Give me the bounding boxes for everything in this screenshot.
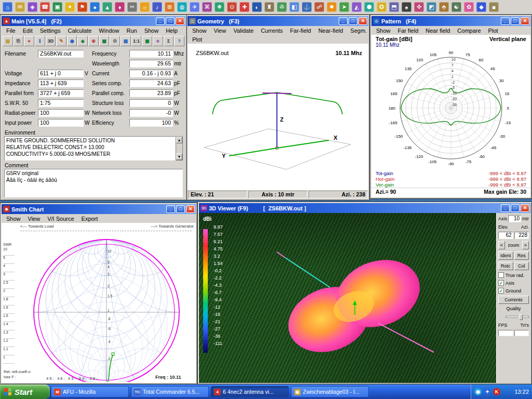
launcher-icon[interactable]: ❖: [215, 2, 224, 12]
menu-item[interactable]: Far-field: [286, 27, 314, 34]
menu-item[interactable]: Show: [141, 27, 163, 34]
field-input[interactable]: 29.65: [129, 60, 173, 68]
slider-thumb[interactable]: [519, 314, 523, 320]
menu-item[interactable]: Run: [123, 27, 140, 34]
col-button[interactable]: Col: [514, 262, 529, 270]
res-button[interactable]: Res: [514, 251, 529, 260]
zoom-in-button[interactable]: >: [522, 241, 529, 249]
maximize-button[interactable]: □: [511, 17, 520, 25]
close-button[interactable]: ✕: [186, 205, 195, 213]
currents-button[interactable]: Currents: [498, 296, 529, 304]
maximize-button[interactable]: □: [176, 205, 185, 213]
launcher-icon[interactable]: ➤: [339, 2, 349, 12]
pattern-titlebar[interactable]: ◎ Pattern (F4) _ □ ✕: [371, 16, 530, 26]
launcher-icon[interactable]: ◈: [28, 2, 37, 12]
launcher-icon[interactable]: ⊙: [227, 2, 237, 12]
launcher-icon[interactable]: ◆: [476, 2, 486, 12]
launcher-icon[interactable]: ✚: [240, 2, 249, 12]
menu-item[interactable]: Settings: [36, 27, 64, 34]
launcher-icon[interactable]: ☎: [40, 2, 50, 12]
scroll-up-icon[interactable]: ▲: [176, 137, 182, 143]
menu-item[interactable]: Edit: [19, 27, 36, 34]
close-button[interactable]: ✕: [521, 204, 529, 212]
geometry-titlebar[interactable]: ◫ Geometry (F3) _ □ ✕: [188, 16, 368, 26]
field-input[interactable]: 100: [129, 119, 173, 127]
menu-item[interactable]: Show: [3, 215, 24, 222]
launcher-icon[interactable]: ✇: [277, 2, 287, 12]
launcher-icon[interactable]: ⌘: [202, 2, 212, 12]
maximize-button[interactable]: □: [166, 17, 175, 25]
field-input[interactable]: 23.89: [129, 89, 173, 97]
menu-item[interactable]: Segm.: [347, 27, 370, 34]
toolbar-icon[interactable]: Σ: [164, 36, 174, 46]
launcher-icon[interactable]: ⚑: [77, 2, 87, 12]
quality-slider[interactable]: ▼: [498, 313, 529, 321]
menu-item[interactable]: V/I Source: [44, 215, 77, 222]
launcher-icon[interactable]: ♪: [152, 2, 162, 12]
axis-checkbox[interactable]: [498, 280, 504, 286]
main-titlebar[interactable]: ▲ Main [V5.5.4] (F2) _ □ ✕: [2, 16, 185, 26]
launcher-icon[interactable]: ✸: [327, 2, 337, 12]
environment-text[interactable]: FINITE GROUND. SOMMERFELD SOLUTION RELAT…: [4, 136, 176, 161]
field-input[interactable]: 113 + j 639: [38, 79, 84, 87]
launcher-icon[interactable]: ◧: [289, 2, 299, 12]
menu-item[interactable]: Export: [78, 215, 102, 222]
viewer-3d-canvas[interactable]: dBi 8.877.576.214.753.21.54-0.2-2.2-4.3-…: [199, 213, 496, 383]
launcher-icon[interactable]: ♜: [264, 2, 274, 12]
toolbar-icon[interactable]: ℹ: [35, 36, 45, 46]
field-input[interactable]: 3727 + j 659: [38, 89, 84, 97]
start-button[interactable]: Start: [0, 384, 50, 399]
toolbar-icon[interactable]: ◉: [67, 36, 77, 46]
toolbar-icon[interactable]: ⎘: [14, 36, 24, 46]
true-rad-checkbox[interactable]: [498, 272, 504, 278]
field-input[interactable]: -0: [129, 109, 173, 117]
menu-item[interactable]: Near field: [422, 27, 454, 34]
tray-icon[interactable]: K: [493, 388, 500, 395]
menu-item[interactable]: Help: [162, 27, 181, 34]
toolbar-icon[interactable]: ◈: [77, 36, 88, 46]
menu-item[interactable]: Calculate: [64, 27, 95, 34]
minimize-button[interactable]: _: [166, 205, 175, 213]
launcher-icon[interactable]: ◩: [427, 2, 436, 12]
axis-input[interactable]: 10: [508, 215, 521, 222]
minimize-button[interactable]: _: [501, 17, 510, 25]
menu-item[interactable]: View: [210, 27, 230, 34]
launcher-icon[interactable]: ✿: [464, 2, 474, 12]
task-button-4nec2-group[interactable]: 4 6 4nec2 antenna vi...: [211, 386, 289, 397]
field-input[interactable]: 10.11: [129, 50, 173, 58]
toolbar-icon[interactable]: ▩: [142, 36, 152, 46]
tray-icon[interactable]: ✦: [484, 388, 491, 395]
menu-item[interactable]: Show: [373, 27, 394, 34]
menu-item[interactable]: Near-field: [315, 27, 347, 34]
azi-input[interactable]: 228: [514, 232, 529, 239]
elev-input[interactable]: 62: [498, 232, 513, 239]
environment-scrollbar[interactable]: ▲ ▼: [176, 136, 183, 161]
minimize-button[interactable]: _: [339, 17, 348, 25]
menu-item[interactable]: Validate: [230, 27, 257, 34]
launcher-icon[interactable]: ▲: [102, 2, 112, 12]
ident-button[interactable]: Ident: [498, 251, 513, 260]
toolbar-icon[interactable]: ⌗: [153, 36, 163, 46]
launcher-icon[interactable]: ⬒: [389, 2, 399, 12]
field-input[interactable]: 611 + j 0: [38, 70, 84, 77]
field-input[interactable]: 0: [129, 99, 173, 107]
comment-text[interactable]: G5RV original Àâà ìîç - óáàì èç àâòù: [4, 169, 183, 197]
field-input[interactable]: 1:75: [38, 99, 84, 107]
field-input[interactable]: 0.16 - j 0.93: [129, 70, 173, 77]
toolbar-icon[interactable]: 3D: [46, 36, 56, 46]
task-button-mozilla[interactable]: M AFU - Mozilla: [51, 386, 129, 397]
toolbar-icon[interactable]: 1:1: [131, 36, 142, 46]
viewer-titlebar[interactable]: 3D 3D Viewer (F9) [ ZS6BKW.out ] _ □ ✕: [199, 203, 530, 213]
launcher-icon[interactable]: ■: [489, 2, 499, 12]
close-button[interactable]: ✕: [358, 17, 367, 25]
smith-titlebar[interactable]: ◆ Smith Chart _ □ ✕: [2, 204, 196, 214]
field-input[interactable]: 24.63: [129, 79, 173, 87]
menu-item[interactable]: Window: [95, 27, 123, 34]
maximize-button[interactable]: □: [511, 204, 520, 212]
toolbar-icon[interactable]: ▤: [121, 36, 131, 46]
launcher-icon[interactable]: ✈: [190, 2, 200, 12]
launcher-icon[interactable]: ⚓: [302, 2, 312, 12]
menu-item[interactable]: Show: [189, 27, 210, 34]
launcher-icon[interactable]: ●: [90, 2, 100, 12]
menu-item[interactable]: File: [3, 27, 19, 34]
